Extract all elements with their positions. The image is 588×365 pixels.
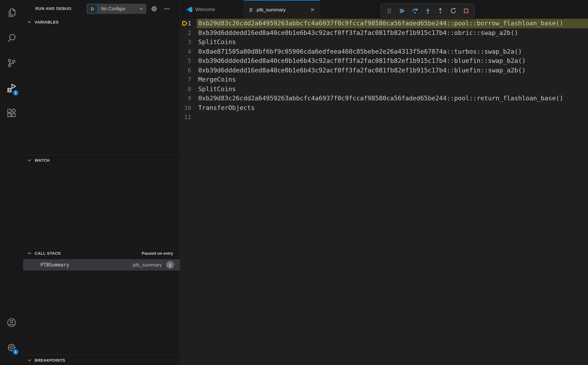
- gripper-icon: [386, 7, 393, 14]
- views-more-actions-button[interactable]: [163, 5, 171, 13]
- line-text: 0x8ae871505a80d8bf6bf9c05906cda6edfeea46…: [198, 47, 588, 56]
- frame-name: PTBSummary: [41, 262, 69, 267]
- config-dropdown-value: No Configur: [101, 6, 139, 11]
- debug-settings-button[interactable]: [150, 5, 158, 13]
- section-label: BREAKPOINTS: [35, 358, 65, 362]
- gutter[interactable]: 2: [180, 28, 198, 37]
- tab-ptb-summary[interactable]: ptb_summary: [244, 0, 320, 19]
- code-line[interactable]: 7 MergeCoins: [180, 75, 588, 84]
- activity-run-and-debug[interactable]: 1: [0, 79, 23, 98]
- code-line[interactable]: 9 0xb29d83c26cdd2a64959263abbcfc4a6937f0…: [180, 94, 588, 103]
- line-number: 9: [188, 94, 191, 103]
- gutter[interactable]: 7: [180, 75, 198, 84]
- trace-file-icon: [248, 7, 254, 13]
- section-watch[interactable]: WATCH: [23, 155, 180, 165]
- code-line[interactable]: 11: [180, 112, 588, 122]
- debug-restart-icon: [450, 7, 456, 14]
- sidebar-title: RUN AND DEBUG: [23, 6, 71, 11]
- code-line[interactable]: 6 0xb39d6dddedd16ed8a40ce0b1e6b43c92acf0…: [180, 66, 588, 75]
- gutter[interactable]: 1: [180, 19, 198, 28]
- toolbar-drag-handle[interactable]: [385, 7, 393, 15]
- activity-source-control[interactable]: [0, 53, 23, 72]
- gutter[interactable]: 5: [180, 56, 198, 66]
- call-stack-status: Paused on entry: [142, 251, 180, 255]
- current-statement-arrow-icon: [182, 20, 188, 27]
- activity-search[interactable]: [0, 28, 23, 47]
- section-call-stack[interactable]: CALL STACK Paused on entry: [23, 248, 180, 258]
- vscode-logo-icon: [186, 6, 193, 13]
- config-dropdown[interactable]: No Configur: [98, 4, 146, 14]
- code-line[interactable]: 8 SplitCoins: [180, 84, 588, 94]
- line-text: 0xb29d83c26cdd2a64959263abbcfc4a6937f0c9…: [197, 19, 588, 28]
- tab-welcome[interactable]: Welcome: [180, 0, 244, 19]
- line-text: SplitCoins: [198, 37, 588, 47]
- chevron-down-icon: [27, 358, 32, 363]
- line-number: 4: [188, 47, 191, 56]
- frame-source: ptb_summary: [133, 262, 162, 267]
- line-number: 11: [184, 112, 191, 122]
- debug-badge: 1: [13, 90, 19, 96]
- tab-close-button[interactable]: [309, 7, 316, 13]
- code-line[interactable]: 5 0xb39d6dddedd16ed8a40ce0b1e6b43c92acf0…: [180, 56, 588, 66]
- gutter[interactable]: 4: [180, 47, 198, 56]
- line-number: 1: [188, 19, 191, 28]
- activity-bar: 1 1: [0, 0, 23, 365]
- section-breakpoints[interactable]: BREAKPOINTS: [23, 355, 180, 365]
- gutter[interactable]: 8: [180, 84, 198, 94]
- run-and-debug-sidebar: RUN AND DEBUG No Configur: [23, 0, 180, 365]
- code-line[interactable]: 4 0x8ae871505a80d8bf6bf9c05906cda6edfeea…: [180, 47, 588, 56]
- code-line[interactable]: 1 0xb29d83c26cdd2a64959263abbcfc4a6937f0…: [180, 19, 588, 28]
- git-branch-icon: [7, 58, 17, 68]
- line-number: 10: [184, 103, 191, 112]
- line-number: 2: [188, 28, 191, 37]
- continue-button[interactable]: [398, 7, 406, 15]
- files-icon: [7, 7, 17, 17]
- line-text: SplitCoins: [198, 84, 588, 94]
- debug-step-into-icon: [425, 7, 431, 14]
- activity-settings[interactable]: 1: [0, 338, 23, 357]
- line-text: 0xb39d6dddedd16ed8a40ce0b1e6b43c92acf0ff…: [198, 56, 588, 66]
- account-icon: [7, 317, 17, 327]
- activity-explorer[interactable]: [0, 3, 23, 22]
- activity-extensions[interactable]: [0, 103, 23, 122]
- step-over-button[interactable]: [411, 7, 419, 15]
- line-text: 0xb39d6dddedd16ed8a40ce0b1e6b43c92acf0ff…: [198, 66, 588, 75]
- code-editor[interactable]: 1 0xb29d83c26cdd2a64959263abbcfc4a6937f0…: [180, 19, 588, 365]
- debug-step-out-icon: [437, 7, 444, 14]
- step-into-button[interactable]: [424, 7, 432, 15]
- call-stack-frame[interactable]: PTBSummary ptb_summary 1: [23, 259, 180, 271]
- gutter[interactable]: 9: [180, 94, 198, 103]
- line-text: 0xb39d6dddedd16ed8a40ce0b1e6b43c92acf0ff…: [198, 28, 588, 37]
- gutter[interactable]: 11: [180, 112, 198, 122]
- line-number: 5: [188, 56, 191, 66]
- chevron-down-icon: [27, 20, 32, 25]
- play-icon: [90, 6, 95, 12]
- debug-config-control: No Configur: [87, 4, 146, 14]
- vscode-window: 1 1 RUN AND DEBUG: [0, 0, 588, 365]
- step-out-button[interactable]: [437, 7, 445, 15]
- line-text: 0xb29d83c26cdd2a64959263abbcfc4a6937f0c9…: [198, 94, 588, 103]
- extensions-icon: [7, 108, 17, 118]
- restart-button[interactable]: [449, 7, 457, 15]
- line-number: 6: [188, 66, 191, 75]
- code-line[interactable]: 3 SplitCoins: [180, 37, 588, 47]
- frame-badge: 1: [166, 261, 174, 269]
- section-label: VARIABLES: [35, 20, 59, 24]
- line-text: MergeCoins: [198, 75, 588, 84]
- code-line[interactable]: 2 0xb39d6dddedd16ed8a40ce0b1e6b43c92acf0…: [180, 28, 588, 37]
- start-debug-button[interactable]: [87, 4, 98, 14]
- debug-step-over-icon: [412, 7, 418, 14]
- activity-account[interactable]: [0, 313, 23, 332]
- gutter[interactable]: 3: [180, 37, 198, 47]
- gutter[interactable]: 10: [180, 103, 198, 112]
- line-number: 8: [188, 84, 191, 94]
- section-variables[interactable]: VARIABLES: [23, 17, 180, 27]
- stop-button[interactable]: [462, 7, 470, 15]
- debug-toolbar: [380, 3, 475, 18]
- debug-stop-icon: [463, 7, 469, 14]
- editor-group: Welcome ptb_summary: [180, 0, 588, 365]
- line-number: 7: [188, 75, 191, 84]
- chevron-down-icon: [139, 6, 144, 11]
- gutter[interactable]: 6: [180, 66, 198, 75]
- code-line[interactable]: 10 TransferObjects: [180, 103, 588, 112]
